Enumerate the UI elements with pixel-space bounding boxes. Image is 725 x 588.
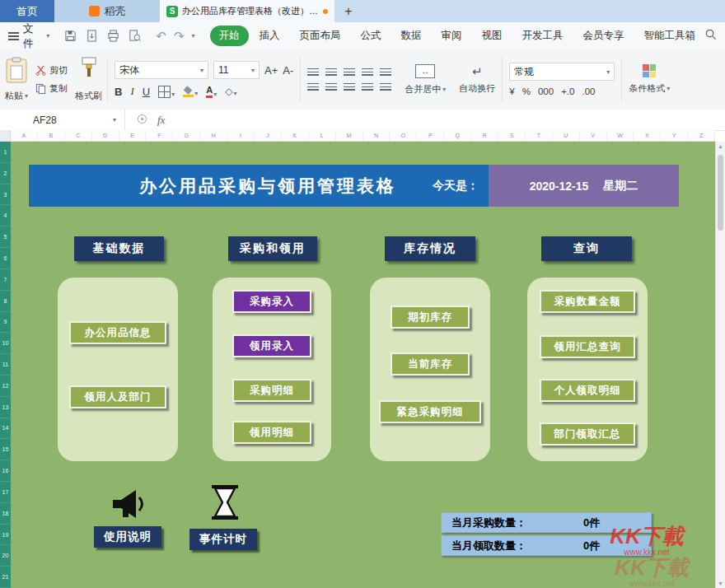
button-requisition-detail[interactable]: 领用明细 xyxy=(232,421,311,444)
scroll-up-icon[interactable]: ▲ xyxy=(716,143,725,149)
column-header[interactable]: G xyxy=(173,130,200,141)
decrease-decimal-button[interactable]: .00 xyxy=(582,86,595,96)
row-header[interactable]: 7 xyxy=(0,269,11,291)
column-header[interactable]: X xyxy=(634,130,661,141)
row-header[interactable]: 19 xyxy=(0,525,11,546)
thousands-separator-button[interactable]: 000 xyxy=(538,86,554,96)
row-header[interactable]: 15 xyxy=(0,439,11,460)
wrap-text-button[interactable]: ↵ 自动换行 xyxy=(452,49,502,110)
row-header[interactable]: 16 xyxy=(0,460,11,482)
docer-tab[interactable]: 稻壳 xyxy=(54,0,160,22)
export-button[interactable] xyxy=(86,30,98,42)
ribbon-tab-developer[interactable]: 开发工具 xyxy=(513,26,573,46)
button-purchase-qty-amount[interactable]: 采购数量金额 xyxy=(540,290,635,313)
button-current-inventory[interactable]: 当前库存 xyxy=(391,352,470,376)
select-all-corner[interactable] xyxy=(0,130,11,142)
row-header[interactable]: 11 xyxy=(0,354,11,376)
cut-button[interactable]: 剪切 xyxy=(35,64,68,77)
button-office-supply-info[interactable]: 办公用品信息 xyxy=(69,321,166,344)
column-header[interactable]: U xyxy=(553,130,580,141)
ribbon-tab-view[interactable]: 视图 xyxy=(473,26,512,46)
redo-button[interactable]: ↷ xyxy=(174,29,185,44)
align-center-icon[interactable] xyxy=(325,83,337,91)
row-header[interactable]: 17 xyxy=(0,482,11,503)
ribbon-tab-data[interactable]: 数据 xyxy=(392,26,431,46)
decrease-font-button[interactable]: A- xyxy=(283,64,293,77)
justify-icon[interactable] xyxy=(362,83,373,91)
borders-button[interactable]: ▾ xyxy=(158,86,175,98)
column-header[interactable]: P xyxy=(417,130,444,141)
ribbon-tab-insert[interactable]: 插入 xyxy=(250,26,289,46)
bold-button[interactable]: B xyxy=(115,86,122,98)
column-header[interactable]: Q xyxy=(444,130,471,141)
button-purchase-detail[interactable]: 采购明细 xyxy=(232,379,311,402)
align-bottom-icon[interactable] xyxy=(344,68,355,77)
align-left-icon[interactable] xyxy=(307,83,319,91)
copy-button[interactable]: 复制 xyxy=(35,82,68,95)
column-header[interactable]: F xyxy=(146,130,173,141)
row-header[interactable]: 1 xyxy=(0,142,11,163)
section-basic-data[interactable]: 基础数据 xyxy=(74,236,164,261)
row-header[interactable]: 20 xyxy=(0,545,11,567)
row-header[interactable]: 5 xyxy=(0,226,11,248)
italic-button[interactable]: I xyxy=(130,85,133,98)
column-header[interactable]: W xyxy=(607,130,634,141)
font-color-button[interactable]: A▾ xyxy=(206,85,217,97)
column-header[interactable]: K xyxy=(282,130,309,141)
align-right-icon[interactable] xyxy=(344,83,355,91)
row-header[interactable]: 10 xyxy=(0,333,11,354)
currency-button[interactable]: ¥ xyxy=(509,86,514,96)
row-header[interactable]: 18 xyxy=(0,503,11,525)
font-name-select[interactable]: 宋体 ▾ xyxy=(115,61,208,79)
ribbon-tab-smart-toolbox[interactable]: 智能工具箱 xyxy=(635,26,705,46)
sheet-canvas[interactable]: 办公用品采购与领用管理表格 今天是： 2020-12-15 星期二 基础数据 采… xyxy=(11,142,715,588)
underline-button[interactable]: U xyxy=(143,86,150,98)
row-header[interactable]: 4 xyxy=(0,205,11,226)
align-top-icon[interactable] xyxy=(307,68,319,77)
column-header[interactable]: O xyxy=(390,130,417,141)
button-requisition-entry[interactable]: 领用录入 xyxy=(232,334,311,357)
decrease-indent-icon[interactable] xyxy=(362,68,373,77)
shading-button[interactable]: ◇▾ xyxy=(225,86,236,97)
fill-color-button[interactable]: ▾ xyxy=(183,86,198,97)
column-header[interactable]: A xyxy=(11,130,38,141)
button-purchase-entry[interactable]: 采购录入 xyxy=(232,290,311,313)
row-header[interactable]: 2 xyxy=(0,163,11,184)
button-opening-inventory[interactable]: 期初库存 xyxy=(391,306,470,329)
row-header[interactable]: 13 xyxy=(0,397,11,418)
row-header[interactable]: 8 xyxy=(0,291,11,312)
distribute-icon[interactable] xyxy=(380,83,391,91)
column-header[interactable]: H xyxy=(200,130,227,141)
column-header[interactable]: E xyxy=(119,130,147,141)
column-header[interactable]: Z xyxy=(688,130,715,141)
search-button[interactable] xyxy=(704,28,717,44)
button-department-pickup-summary[interactable]: 部门领取汇总 xyxy=(540,422,635,446)
column-header[interactable]: B xyxy=(38,130,65,141)
conditional-format-button[interactable]: 条件格式▾ xyxy=(622,49,676,110)
formula-input[interactable] xyxy=(176,110,725,130)
merge-center-button[interactable]: ↔ 合并居中▾ xyxy=(398,49,452,110)
column-header[interactable]: L xyxy=(309,130,336,141)
name-box[interactable]: AF28 ▾ xyxy=(0,110,125,130)
column-header[interactable]: T xyxy=(526,130,553,141)
scrollbar-thumb[interactable] xyxy=(718,155,723,231)
row-header[interactable]: 3 xyxy=(0,184,11,206)
number-format-select[interactable]: 常规 ▾ xyxy=(509,63,615,81)
increase-font-button[interactable]: A+ xyxy=(264,64,278,77)
vertical-scrollbar[interactable]: ▲ ▼ xyxy=(715,142,725,588)
undo-button[interactable]: ↶ xyxy=(156,29,166,44)
button-personal-pickup-detail[interactable]: 个人领取明细 xyxy=(540,379,635,402)
section-purchase-requisition[interactable]: 采购和领用 xyxy=(228,236,317,261)
column-header[interactable]: Y xyxy=(661,130,688,141)
print-button[interactable] xyxy=(107,30,119,42)
column-header[interactable]: N xyxy=(363,130,391,141)
insert-function-button[interactable]: fx xyxy=(157,114,165,127)
row-header[interactable]: 21 xyxy=(0,567,11,588)
ribbon-tab-formulas[interactable]: 公式 xyxy=(352,26,391,46)
redo-dropdown-icon[interactable]: ▾ xyxy=(191,32,194,40)
ribbon-tab-home[interactable]: 开始 xyxy=(210,26,249,46)
save-button[interactable] xyxy=(64,30,77,42)
column-header[interactable]: I xyxy=(227,130,255,141)
font-size-select[interactable]: 11 ▾ xyxy=(213,61,260,79)
increase-decimal-button[interactable]: +.0 xyxy=(561,86,574,96)
